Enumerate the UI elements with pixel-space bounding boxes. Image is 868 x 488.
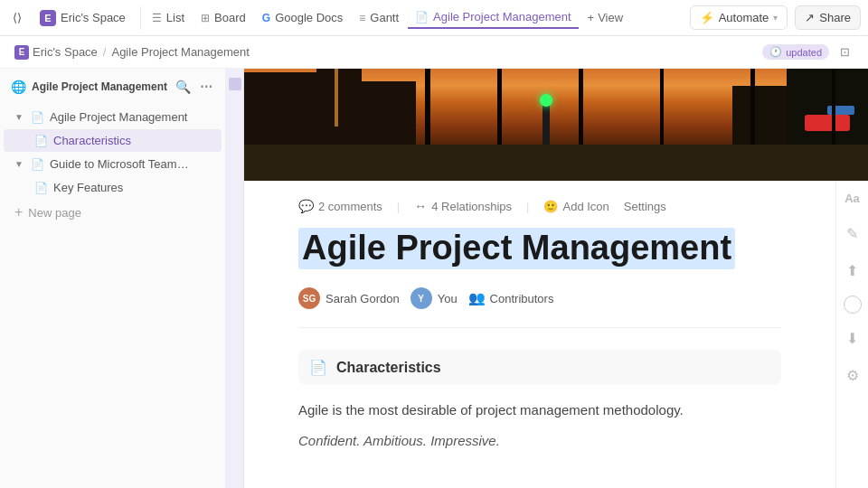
tree-char-icon: 📄 — [34, 135, 48, 147]
doc-title-text: Agile Project Management — [298, 228, 735, 269]
circle-action-btn[interactable] — [844, 296, 862, 314]
automate-btn[interactable]: ⚡ Automate ▾ — [690, 5, 788, 30]
topbar: ⟨⟩ E Eric's Space ☰ List ⊞ Board G Googl… — [0, 0, 868, 36]
nav-gantt-label: Gantt — [370, 11, 399, 24]
nav-agile[interactable]: 📄 Agile Project Management — [408, 6, 578, 29]
side-thin-item-1[interactable] — [229, 78, 241, 90]
smiley-icon: 🙂 — [543, 200, 558, 213]
street-light-glow — [335, 69, 338, 127]
sidebar-title: Agile Project Management — [32, 80, 167, 93]
sidebar-item-guide-root[interactable]: ▼ 📄 Guide to Microsoft Teams Project... — [4, 153, 222, 175]
new-page-label: New page — [28, 206, 81, 220]
doc-body-italic: Confident. Ambitious. Impressive. — [298, 430, 781, 452]
tree-toggle-guide[interactable]: ▼ — [14, 159, 25, 169]
street — [244, 145, 868, 181]
text-format-btn[interactable]: Aa — [841, 188, 863, 209]
contributors-btn[interactable]: 👥 Contributors — [468, 290, 554, 306]
meta-sep-1: | — [397, 200, 400, 213]
sidebar-item-characteristics[interactable]: 📄 Characteristics — [4, 129, 222, 152]
sidebar-header-icons: 🔍 ⋯ — [174, 78, 214, 96]
tree-char-label: Characteristics — [53, 134, 131, 147]
tree-doc-icon: 📄 — [31, 111, 44, 124]
space-label: Eric's Space — [61, 11, 126, 24]
doc-main-content: 💬 2 comments | ↔ 4 Relationships | 🙂 Add… — [244, 181, 835, 488]
automate-icon: ⚡ — [700, 11, 714, 24]
tree-guide-icon: 📄 — [31, 158, 44, 171]
building-5 — [732, 86, 787, 145]
palm-5 — [750, 69, 755, 146]
sidebar-tree: ▼ 📄 Agile Project Management 📄 Character… — [0, 105, 225, 488]
breadcrumb-space-label: Eric's Space — [33, 45, 98, 59]
nav-board[interactable]: ⊞ Board — [193, 7, 253, 28]
sidebar-item-agile-root[interactable]: ▼ 📄 Agile Project Management — [4, 106, 222, 128]
collapse-sidebar-btn[interactable]: ⟨⟩ — [7, 7, 27, 28]
add-view-label: View — [598, 11, 623, 24]
add-icon-btn[interactable]: 🙂 Add Icon — [543, 200, 609, 213]
nav-gantt[interactable]: ≡ Gantt — [352, 7, 406, 28]
breadcrumb-space[interactable]: E Eric's Space — [14, 45, 98, 60]
breadcrumb-page-label: Agile Project Management — [111, 45, 249, 59]
agile-icon: 📄 — [415, 11, 429, 23]
space-item[interactable]: E Eric's Space — [33, 6, 133, 30]
nav-agile-label: Agile Project Management — [433, 10, 571, 23]
sidebar-more-btn[interactable]: ⋯ — [198, 78, 214, 96]
sidebar-globe-icon: 🌐 — [11, 80, 26, 94]
add-view-btn[interactable]: + View — [580, 7, 631, 28]
sidebar-new-page-btn[interactable]: + New page — [4, 200, 222, 225]
doc-body-text: Agile is the most desirable of project m… — [298, 399, 781, 421]
comments-count: 2 comments — [318, 200, 382, 213]
contributors-icon: 👥 — [468, 290, 486, 306]
author-you[interactable]: Y You — [410, 287, 458, 309]
doc-authors: SG Sarah Gordon Y You 👥 Contributors — [298, 287, 781, 328]
palm-2 — [497, 69, 502, 146]
board-icon: ⊞ — [201, 12, 210, 24]
layout-toggle-btn[interactable]: ⊡ — [836, 42, 854, 62]
download-btn[interactable]: ⬇ — [843, 326, 862, 351]
space-avatar: E — [40, 10, 56, 26]
tree-guide-label: Guide to Microsoft Teams Project... — [50, 157, 194, 171]
automate-label: Automate — [719, 11, 769, 24]
nav-tabs: ☰ List ⊞ Board G Google Docs ≡ Gantt 📄 A… — [145, 6, 686, 29]
side-thin-panel — [226, 69, 244, 488]
contributors-label: Contributors — [490, 292, 554, 305]
building-1 — [244, 72, 316, 145]
share-right-btn[interactable]: ⬆ — [843, 258, 862, 283]
doc-title: Agile Project Management — [298, 228, 781, 287]
breadcrumb-sep-1: / — [103, 45, 107, 59]
edit-btn[interactable]: ✎ — [843, 221, 862, 246]
relationships-btn[interactable]: ↔ 4 Relationships — [414, 199, 512, 213]
plus-icon: + — [588, 11, 595, 24]
settings-link[interactable]: Settings — [624, 200, 666, 213]
clock-icon: 🕐 — [769, 46, 782, 58]
main-area: 🌐 Agile Project Management 🔍 ⋯ ▼ 📄 Agile… — [0, 69, 868, 488]
sign-glow-1 — [805, 115, 850, 131]
author-sarah[interactable]: SG Sarah Gordon — [298, 287, 400, 309]
nav-board-label: Board — [214, 11, 246, 24]
gantt-icon: ≡ — [359, 12, 365, 24]
sarah-avatar: SG — [298, 287, 320, 309]
sidebar-item-key-features[interactable]: 📄 Key Features — [4, 176, 222, 199]
google-docs-icon: G — [262, 12, 270, 24]
share-btn[interactable]: ↗ Share — [795, 5, 861, 30]
updated-badge: 🕐 updated — [762, 44, 829, 60]
comments-btn[interactable]: 💬 2 comments — [298, 199, 382, 213]
palm-6 — [832, 69, 835, 146]
nav-google-docs-label: Google Docs — [275, 11, 343, 24]
tree-key-label: Key Features — [53, 181, 123, 194]
tree-key-icon: 📄 — [34, 182, 48, 194]
palm-3 — [579, 69, 583, 146]
nav-list-label: List — [166, 11, 184, 24]
building-2 — [316, 69, 362, 145]
tree-toggle-agile[interactable]: ▼ — [14, 112, 25, 122]
relationships-icon: ↔ — [414, 199, 427, 213]
breadcrumb-page[interactable]: Agile Project Management — [111, 45, 249, 59]
traffic-light — [542, 101, 550, 146]
nav-list[interactable]: ☰ List — [145, 7, 192, 28]
settings-right-btn[interactable]: ⚙ — [843, 363, 863, 388]
automate-chevron-icon: ▾ — [773, 13, 778, 23]
hero-image — [244, 69, 868, 181]
add-icon-label: Add Icon — [562, 200, 609, 213]
nav-google-docs[interactable]: G Google Docs — [255, 7, 351, 28]
sidebar-search-btn[interactable]: 🔍 — [174, 78, 193, 96]
list-icon: ☰ — [152, 12, 162, 24]
